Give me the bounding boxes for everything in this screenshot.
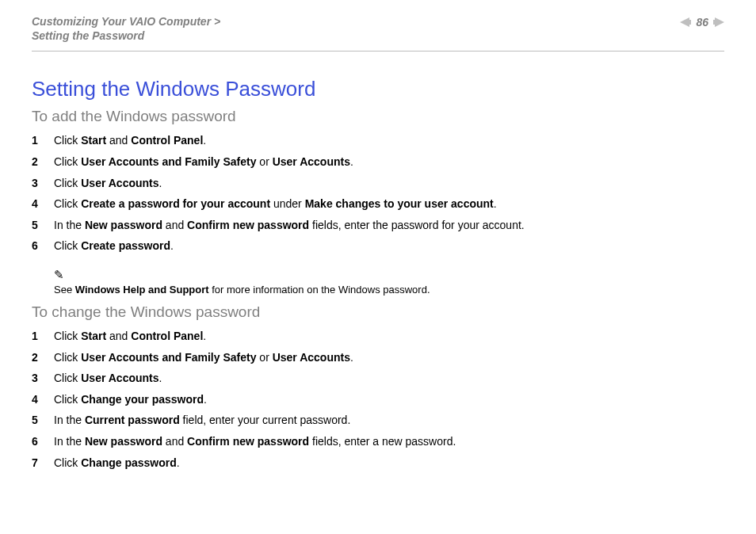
prev-page-icon[interactable] (680, 17, 691, 27)
list-item: 4Click Create a password for your accoun… (32, 193, 724, 215)
list-item: 6In the New password and Confirm new pas… (32, 431, 724, 452)
step-number: 6 (32, 235, 54, 257)
step-text: Click Change your password. (54, 389, 724, 410)
svg-marker-0 (680, 17, 691, 27)
step-number: 7 (32, 452, 54, 474)
note-icon: ✎ (54, 268, 724, 282)
svg-marker-1 (713, 17, 724, 27)
step-text: Click Start and Control Panel. (54, 130, 724, 151)
step-text: Click Create a password for your account… (54, 193, 724, 215)
step-text: Click User Accounts. (54, 368, 724, 389)
list-item: 5In the New password and Confirm new pas… (32, 215, 724, 236)
document-page: Customizing Your VAIO Computer> Setting … (0, 0, 756, 534)
list-item: 7Click Change password. (32, 452, 724, 474)
page-number: 86 (696, 16, 708, 29)
step-text: Click User Accounts and Family Safety or… (54, 151, 724, 173)
step-number: 1 (32, 326, 54, 347)
list-item: 2Click User Accounts and Family Safety o… (32, 347, 724, 368)
list-item: 2Click User Accounts and Family Safety o… (32, 151, 724, 173)
list-item: 1Click Start and Control Panel. (32, 326, 724, 347)
next-page-icon[interactable] (713, 17, 724, 27)
step-number: 4 (32, 193, 54, 215)
step-text: Click Start and Control Panel. (54, 326, 724, 347)
step-number: 1 (32, 130, 54, 151)
section-heading-change: To change the Windows password (32, 303, 724, 321)
breadcrumb-sep: > (211, 15, 223, 28)
list-item: 4Click Change your password. (32, 389, 724, 410)
step-text: Click User Accounts. (54, 173, 724, 194)
step-number: 6 (32, 431, 54, 452)
note: ✎ See Windows Help and Support for more … (54, 268, 724, 296)
step-number: 2 (32, 151, 54, 173)
breadcrumb: Customizing Your VAIO Computer> Setting … (32, 14, 223, 43)
step-number: 5 (32, 410, 54, 431)
step-number: 2 (32, 347, 54, 368)
list-item: 6Click Create password. (32, 235, 724, 257)
step-number: 3 (32, 368, 54, 389)
step-number: 5 (32, 215, 54, 236)
list-item: 3Click User Accounts. (32, 173, 724, 194)
breadcrumb-line1: Customizing Your VAIO Computer (32, 15, 211, 28)
page-title: Setting the Windows Password (32, 77, 724, 101)
steps-add: 1Click Start and Control Panel.2Click Us… (32, 130, 724, 257)
step-text: In the Current password field, enter you… (54, 410, 724, 431)
list-item: 1Click Start and Control Panel. (32, 130, 724, 151)
breadcrumb-line2: Setting the Password (32, 29, 144, 42)
step-text: Click Change password. (54, 452, 724, 474)
steps-change: 1Click Start and Control Panel.2Click Us… (32, 326, 724, 473)
step-number: 4 (32, 389, 54, 410)
list-item: 3Click User Accounts. (32, 368, 724, 389)
step-text: In the New password and Confirm new pass… (54, 215, 724, 236)
section-heading-add: To add the Windows password (32, 108, 724, 125)
step-number: 3 (32, 173, 54, 194)
page-header: Customizing Your VAIO Computer> Setting … (32, 14, 724, 43)
list-item: 5In the Current password field, enter yo… (32, 410, 724, 431)
note-text: See Windows Help and Support for more in… (54, 284, 430, 296)
step-text: In the New password and Confirm new pass… (54, 431, 724, 452)
step-text: Click User Accounts and Family Safety or… (54, 347, 724, 368)
page-nav: 86 (680, 16, 724, 29)
header-rule (32, 51, 724, 51)
step-text: Click Create password. (54, 235, 724, 257)
